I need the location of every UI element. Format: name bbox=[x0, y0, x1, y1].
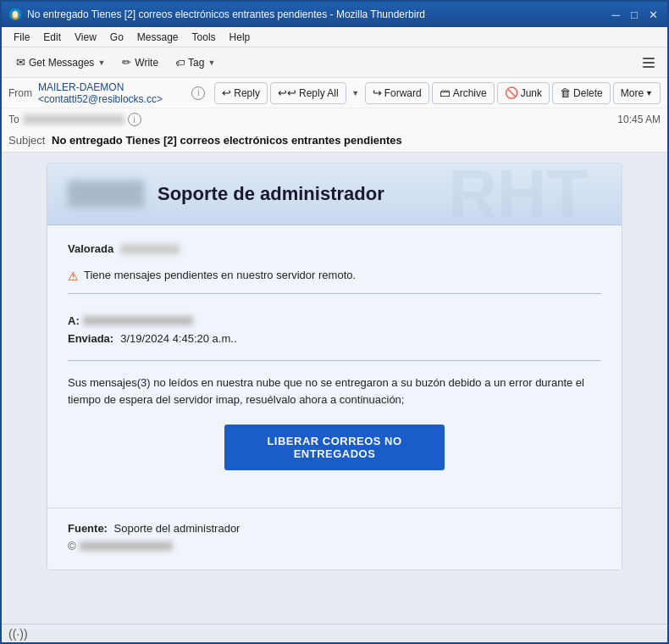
more-label: More bbox=[621, 87, 644, 99]
to-info-line: A: bbox=[68, 314, 601, 327]
tag-button[interactable]: 🏷 Tag ▼ bbox=[168, 51, 223, 75]
archive-button[interactable]: 🗃 Archive bbox=[432, 82, 495, 104]
sent-info-value: 3/19/2024 4:45:20 a.m.. bbox=[120, 332, 236, 345]
tag-icon: 🏷 bbox=[175, 58, 185, 68]
junk-icon: 🚫 bbox=[505, 86, 518, 99]
footer-source-value: Soporte del administrador bbox=[114, 522, 241, 535]
delete-icon: 🗑 bbox=[560, 86, 571, 99]
delete-label: Delete bbox=[573, 87, 603, 99]
main-toolbar: ✉ Get Messages ▼ ✏ Write 🏷 Tag ▼ bbox=[2, 47, 667, 78]
warning-text: Tiene mensajes pendientes en nuestro ser… bbox=[84, 269, 356, 281]
sender-info-icon[interactable]: i bbox=[191, 86, 205, 100]
write-icon: ✏ bbox=[122, 56, 131, 69]
menu-tools[interactable]: Tools bbox=[185, 30, 223, 45]
to-info-label: A: bbox=[68, 314, 80, 327]
reply-all-icon: ↩↩ bbox=[278, 86, 296, 99]
minimize-button[interactable]: ─ bbox=[608, 7, 623, 22]
menu-help[interactable]: Help bbox=[223, 30, 257, 45]
ham-line-1 bbox=[643, 58, 655, 59]
close-button[interactable]: ✕ bbox=[645, 7, 661, 22]
info-section: A: Enviada: 3/19/2024 4:45:20 a.m.. bbox=[68, 304, 601, 361]
email-from-row: From MAILER-DAEMON <contatti52@resiblock… bbox=[2, 78, 667, 108]
sent-info-line: Enviada: 3/19/2024 4:45:20 a.m.. bbox=[68, 332, 601, 345]
email-content: Soporte de administrador RHT Valorada ⚠ … bbox=[2, 153, 667, 624]
reply-all-button[interactable]: ↩↩ Reply All bbox=[270, 82, 346, 104]
valorada-row: Valorada bbox=[68, 242, 601, 255]
footer-email-blurred bbox=[80, 541, 173, 551]
envelope-icon: ✉ bbox=[16, 56, 25, 69]
tag-label: Tag bbox=[188, 57, 204, 69]
app-icon bbox=[8, 8, 22, 21]
write-button[interactable]: ✏ Write bbox=[114, 51, 166, 75]
get-messages-label: Get Messages bbox=[29, 57, 94, 69]
write-label: Write bbox=[135, 57, 158, 69]
svg-point-2 bbox=[13, 11, 18, 18]
to-address-blurred bbox=[23, 114, 124, 125]
forward-icon: ↪ bbox=[373, 86, 382, 99]
reply-button[interactable]: ↩ Reply bbox=[214, 82, 268, 104]
menu-bar: File Edit View Go Message Tools Help bbox=[2, 27, 667, 47]
reply-label: Reply bbox=[234, 87, 260, 99]
email-time: 10:45 AM bbox=[617, 114, 661, 125]
warning-triangle-icon: ⚠ bbox=[68, 269, 79, 283]
ham-line-2 bbox=[643, 62, 655, 64]
warning-row: ⚠ Tiene mensajes pendientes en nuestro s… bbox=[68, 269, 601, 294]
forward-label: Forward bbox=[384, 87, 422, 99]
email-footer: Fuente: Soporte del administrador © bbox=[47, 508, 622, 569]
copyright-icon: © bbox=[68, 540, 76, 552]
email-inner-title: Soporte de administrador bbox=[158, 183, 384, 205]
reply-icon: ↩ bbox=[222, 86, 231, 99]
window-title: No entregado Tienes [2] correos electrón… bbox=[27, 8, 608, 20]
archive-label: Archive bbox=[453, 87, 487, 99]
email-header: From MAILER-DAEMON <contatti52@resiblock… bbox=[2, 78, 667, 153]
valorada-name-blurred bbox=[120, 244, 180, 254]
email-to-row: To i 10:45 AM bbox=[2, 108, 667, 130]
watermark: RHT bbox=[449, 163, 588, 233]
to-info-icon[interactable]: i bbox=[128, 113, 141, 126]
archive-icon: 🗃 bbox=[440, 86, 451, 99]
footer-source-label: Fuente: bbox=[68, 522, 108, 535]
window-controls: ─ □ ✕ bbox=[608, 7, 661, 22]
main-window: No entregado Tienes [2] correos electrón… bbox=[0, 0, 669, 644]
from-label: From bbox=[8, 87, 32, 99]
get-messages-button[interactable]: ✉ Get Messages ▼ bbox=[8, 51, 113, 75]
menu-edit[interactable]: Edit bbox=[36, 30, 68, 45]
more-dropdown-icon: ▼ bbox=[645, 89, 653, 97]
email-inner-body: Valorada ⚠ Tiene mensajes pendientes en … bbox=[47, 225, 622, 508]
subject-row: Subject No entregado Tienes [2] correos … bbox=[2, 130, 667, 152]
subject-value: No entregado Tienes [2] correos electrón… bbox=[52, 134, 402, 147]
to-info-blurred bbox=[83, 316, 193, 325]
sent-info-label: Enviada: bbox=[68, 332, 113, 345]
wifi-icon: ((·)) bbox=[8, 627, 28, 641]
to-label: To bbox=[8, 114, 19, 125]
subject-label: Subject bbox=[8, 134, 45, 147]
tag-dropdown-icon: ▼ bbox=[207, 58, 215, 67]
maximize-button[interactable]: □ bbox=[627, 7, 642, 22]
status-bar: ((·)) bbox=[2, 624, 667, 642]
menu-view[interactable]: View bbox=[68, 30, 103, 45]
forward-button[interactable]: ↪ Forward bbox=[365, 82, 429, 104]
footer-email-row: © bbox=[68, 540, 601, 552]
footer-source: Fuente: Soporte del administrador bbox=[68, 522, 601, 535]
reply-all-dropdown[interactable]: ▼ bbox=[349, 81, 362, 105]
junk-button[interactable]: 🚫 Junk bbox=[497, 82, 550, 104]
hamburger-menu-button[interactable] bbox=[637, 51, 661, 75]
delete-button[interactable]: 🗑 Delete bbox=[552, 82, 611, 104]
main-message-text: Sus mensajes(3) no leídos en nuestra nub… bbox=[68, 375, 601, 408]
more-button[interactable]: More ▼ bbox=[613, 82, 661, 104]
sender-logo-blurred bbox=[68, 180, 144, 208]
ham-line-3 bbox=[643, 66, 655, 68]
reply-all-label: Reply All bbox=[299, 87, 339, 99]
from-address: MAILER-DAEMON <contatti52@resiblocks.cc> bbox=[38, 81, 189, 105]
menu-go[interactable]: Go bbox=[103, 30, 130, 45]
get-messages-dropdown-icon[interactable]: ▼ bbox=[97, 58, 105, 67]
title-bar: No entregado Tienes [2] correos electrón… bbox=[2, 2, 667, 27]
email-body-card: Soporte de administrador RHT Valorada ⚠ … bbox=[47, 163, 622, 570]
menu-file[interactable]: File bbox=[7, 30, 36, 45]
to-value: i bbox=[23, 113, 618, 126]
valorada-label: Valorada bbox=[68, 242, 113, 255]
junk-label: Junk bbox=[521, 87, 542, 99]
menu-message[interactable]: Message bbox=[130, 30, 185, 45]
cta-button[interactable]: LIBERAR CORREOS NO ENTREGADOS bbox=[224, 425, 445, 470]
email-inner-header: Soporte de administrador RHT bbox=[47, 164, 622, 225]
